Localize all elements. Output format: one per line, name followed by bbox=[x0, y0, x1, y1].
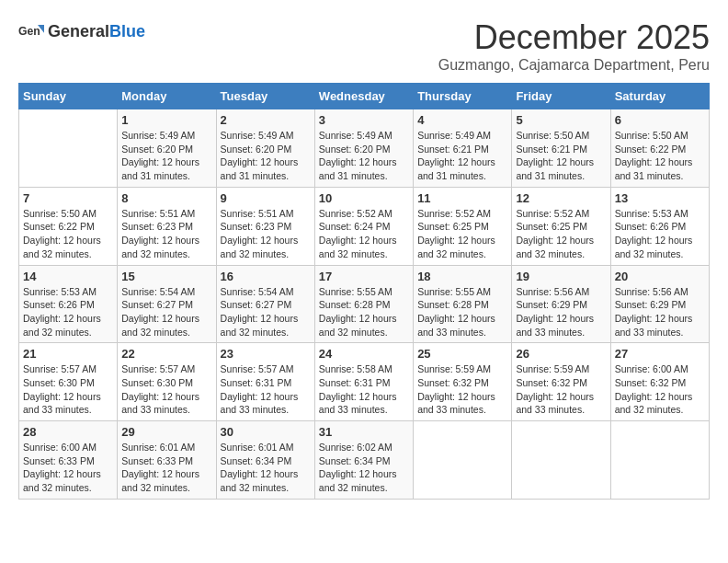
day-number: 23 bbox=[221, 347, 311, 361]
day-info: Sunrise: 6:00 AMSunset: 6:32 PMDaylight:… bbox=[615, 362, 705, 417]
weekday-header-thursday: Thursday bbox=[414, 84, 512, 109]
calendar-cell: 31Sunrise: 6:02 AMSunset: 6:34 PMDayligh… bbox=[314, 421, 413, 500]
day-number: 3 bbox=[319, 113, 409, 127]
calendar-cell: 5Sunrise: 5:50 AMSunset: 6:21 PMDaylight… bbox=[512, 109, 610, 188]
calendar-cell: 23Sunrise: 5:57 AMSunset: 6:31 PMDayligh… bbox=[216, 343, 314, 421]
calendar-cell bbox=[512, 421, 610, 500]
month-title: December 2025 bbox=[438, 18, 710, 57]
calendar-cell: 16Sunrise: 5:54 AMSunset: 6:27 PMDayligh… bbox=[216, 265, 314, 343]
calendar-cell: 30Sunrise: 6:01 AMSunset: 6:34 PMDayligh… bbox=[216, 421, 314, 500]
calendar-cell: 4Sunrise: 5:49 AMSunset: 6:21 PMDaylight… bbox=[414, 109, 512, 188]
calendar-cell: 21Sunrise: 5:57 AMSunset: 6:30 PMDayligh… bbox=[19, 343, 118, 421]
day-number: 27 bbox=[615, 347, 705, 361]
calendar-table: SundayMondayTuesdayWednesdayThursdayFrid… bbox=[18, 83, 710, 500]
calendar-week-4: 21Sunrise: 5:57 AMSunset: 6:30 PMDayligh… bbox=[19, 343, 710, 421]
day-info: Sunrise: 5:56 AMSunset: 6:29 PMDaylight:… bbox=[615, 285, 705, 339]
calendar-cell: 22Sunrise: 5:57 AMSunset: 6:30 PMDayligh… bbox=[118, 343, 216, 421]
day-info: Sunrise: 5:49 AMSunset: 6:20 PMDaylight:… bbox=[319, 129, 409, 183]
calendar-cell bbox=[610, 421, 709, 500]
day-info: Sunrise: 6:01 AMSunset: 6:33 PMDaylight:… bbox=[121, 441, 211, 495]
logo: Gen GeneralBlue bbox=[18, 18, 145, 44]
day-number: 13 bbox=[615, 191, 705, 205]
day-info: Sunrise: 5:53 AMSunset: 6:26 PMDaylight:… bbox=[615, 207, 705, 261]
day-info: Sunrise: 5:49 AMSunset: 6:20 PMDaylight:… bbox=[121, 129, 211, 183]
day-info: Sunrise: 5:55 AMSunset: 6:28 PMDaylight:… bbox=[319, 285, 409, 339]
day-number: 21 bbox=[23, 347, 113, 361]
calendar-week-1: 1Sunrise: 5:49 AMSunset: 6:20 PMDaylight… bbox=[19, 109, 710, 188]
day-info: Sunrise: 5:52 AMSunset: 6:25 PMDaylight:… bbox=[417, 207, 507, 261]
calendar-cell: 17Sunrise: 5:55 AMSunset: 6:28 PMDayligh… bbox=[314, 265, 413, 343]
day-number: 20 bbox=[615, 270, 705, 283]
calendar-cell: 15Sunrise: 5:54 AMSunset: 6:27 PMDayligh… bbox=[118, 265, 216, 343]
logo-text-blue: Blue bbox=[109, 22, 145, 40]
calendar-cell: 29Sunrise: 6:01 AMSunset: 6:33 PMDayligh… bbox=[118, 421, 216, 500]
weekday-header-saturday: Saturday bbox=[610, 84, 709, 109]
calendar-cell: 20Sunrise: 5:56 AMSunset: 6:29 PMDayligh… bbox=[610, 265, 709, 343]
day-info: Sunrise: 5:59 AMSunset: 6:32 PMDaylight:… bbox=[417, 362, 507, 417]
logo-text-general: General bbox=[48, 22, 109, 40]
calendar-cell: 10Sunrise: 5:52 AMSunset: 6:24 PMDayligh… bbox=[314, 187, 413, 265]
day-info: Sunrise: 5:56 AMSunset: 6:29 PMDaylight:… bbox=[516, 285, 606, 339]
calendar-cell: 14Sunrise: 5:53 AMSunset: 6:26 PMDayligh… bbox=[19, 265, 118, 343]
day-info: Sunrise: 5:50 AMSunset: 6:22 PMDaylight:… bbox=[23, 207, 113, 261]
day-number: 6 bbox=[615, 113, 705, 127]
day-info: Sunrise: 5:53 AMSunset: 6:26 PMDaylight:… bbox=[23, 285, 113, 339]
weekday-header-wednesday: Wednesday bbox=[314, 84, 413, 109]
weekday-header-friday: Friday bbox=[512, 84, 610, 109]
day-info: Sunrise: 5:58 AMSunset: 6:31 PMDaylight:… bbox=[319, 362, 409, 417]
calendar-cell: 8Sunrise: 5:51 AMSunset: 6:23 PMDaylight… bbox=[118, 187, 216, 265]
day-info: Sunrise: 5:50 AMSunset: 6:21 PMDaylight:… bbox=[516, 129, 606, 183]
day-number: 4 bbox=[417, 113, 507, 127]
calendar-cell bbox=[19, 109, 118, 188]
title-area: December 2025 Guzmango, Cajamarca Depart… bbox=[438, 18, 710, 74]
day-number: 19 bbox=[516, 270, 606, 283]
calendar-week-3: 14Sunrise: 5:53 AMSunset: 6:26 PMDayligh… bbox=[19, 265, 710, 343]
day-number: 2 bbox=[221, 113, 311, 127]
calendar-week-5: 28Sunrise: 6:00 AMSunset: 6:33 PMDayligh… bbox=[19, 421, 710, 500]
day-info: Sunrise: 5:54 AMSunset: 6:27 PMDaylight:… bbox=[221, 285, 311, 339]
day-number: 26 bbox=[516, 347, 606, 361]
day-number: 31 bbox=[319, 425, 409, 439]
calendar-cell: 24Sunrise: 5:58 AMSunset: 6:31 PMDayligh… bbox=[314, 343, 413, 421]
day-number: 30 bbox=[221, 425, 311, 439]
day-info: Sunrise: 5:49 AMSunset: 6:21 PMDaylight:… bbox=[417, 129, 507, 183]
weekday-header-monday: Monday bbox=[118, 84, 216, 109]
calendar-cell: 26Sunrise: 5:59 AMSunset: 6:32 PMDayligh… bbox=[512, 343, 610, 421]
calendar-cell: 25Sunrise: 5:59 AMSunset: 6:32 PMDayligh… bbox=[414, 343, 512, 421]
day-number: 29 bbox=[121, 425, 211, 439]
calendar-cell: 13Sunrise: 5:53 AMSunset: 6:26 PMDayligh… bbox=[610, 187, 709, 265]
day-info: Sunrise: 5:57 AMSunset: 6:30 PMDaylight:… bbox=[121, 362, 211, 417]
day-number: 1 bbox=[121, 113, 211, 127]
calendar-cell: 27Sunrise: 6:00 AMSunset: 6:32 PMDayligh… bbox=[610, 343, 709, 421]
weekday-header-sunday: Sunday bbox=[19, 84, 118, 109]
day-info: Sunrise: 5:54 AMSunset: 6:27 PMDaylight:… bbox=[121, 285, 211, 339]
day-number: 5 bbox=[516, 113, 606, 127]
weekday-header-tuesday: Tuesday bbox=[216, 84, 314, 109]
day-info: Sunrise: 5:52 AMSunset: 6:24 PMDaylight:… bbox=[319, 207, 409, 261]
day-info: Sunrise: 5:57 AMSunset: 6:31 PMDaylight:… bbox=[221, 362, 311, 417]
calendar-cell: 19Sunrise: 5:56 AMSunset: 6:29 PMDayligh… bbox=[512, 265, 610, 343]
calendar-week-2: 7Sunrise: 5:50 AMSunset: 6:22 PMDaylight… bbox=[19, 187, 710, 265]
logo-icon: Gen bbox=[18, 18, 44, 44]
day-number: 9 bbox=[221, 191, 311, 205]
calendar-cell: 3Sunrise: 5:49 AMSunset: 6:20 PMDaylight… bbox=[314, 109, 413, 188]
calendar-cell: 2Sunrise: 5:49 AMSunset: 6:20 PMDaylight… bbox=[216, 109, 314, 188]
day-number: 22 bbox=[121, 347, 211, 361]
day-number: 7 bbox=[23, 191, 113, 205]
calendar-cell: 1Sunrise: 5:49 AMSunset: 6:20 PMDaylight… bbox=[118, 109, 216, 188]
svg-text:Gen: Gen bbox=[18, 25, 40, 38]
day-info: Sunrise: 6:02 AMSunset: 6:34 PMDaylight:… bbox=[319, 441, 409, 495]
day-info: Sunrise: 5:55 AMSunset: 6:28 PMDaylight:… bbox=[417, 285, 507, 339]
day-number: 15 bbox=[121, 270, 211, 283]
day-info: Sunrise: 5:52 AMSunset: 6:25 PMDaylight:… bbox=[516, 207, 606, 261]
calendar-cell: 7Sunrise: 5:50 AMSunset: 6:22 PMDaylight… bbox=[19, 187, 118, 265]
day-number: 18 bbox=[417, 270, 507, 283]
day-info: Sunrise: 5:51 AMSunset: 6:23 PMDaylight:… bbox=[221, 207, 311, 261]
calendar-cell: 9Sunrise: 5:51 AMSunset: 6:23 PMDaylight… bbox=[216, 187, 314, 265]
day-info: Sunrise: 5:49 AMSunset: 6:20 PMDaylight:… bbox=[221, 129, 311, 183]
day-info: Sunrise: 5:59 AMSunset: 6:32 PMDaylight:… bbox=[516, 362, 606, 417]
day-number: 10 bbox=[319, 191, 409, 205]
day-number: 14 bbox=[23, 270, 113, 283]
day-info: Sunrise: 5:57 AMSunset: 6:30 PMDaylight:… bbox=[23, 362, 113, 417]
day-number: 25 bbox=[417, 347, 507, 361]
